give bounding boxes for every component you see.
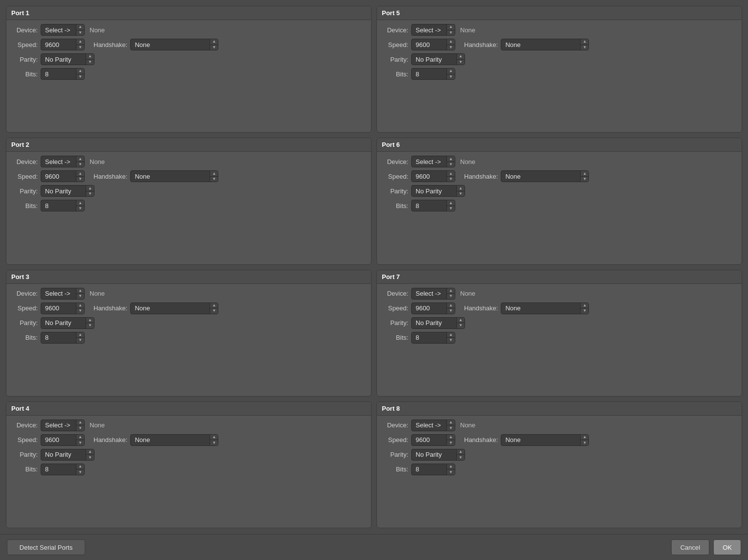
bits-select-4[interactable]: 8▲▼ [41, 464, 85, 475]
bits-select-8[interactable]: 8▲▼ [411, 464, 455, 475]
device-row-2: Device:Select ->▲▼None [12, 156, 365, 167]
bits-select-5[interactable]: 8▲▼ [411, 68, 455, 80]
speed-hand-row-7: Speed:9600▲▼Handshake:None▲▼ [383, 303, 736, 314]
device-row-6: Device:Select ->▲▼None [383, 156, 736, 167]
bits-row-2: Bits:8▲▼ [12, 200, 365, 211]
device-select-7[interactable]: Select ->▲▼ [411, 288, 455, 300]
device-none-1: None [90, 26, 105, 34]
port-panel-5: Port 5Device:Select ->▲▼NoneSpeed:9600▲▼… [376, 6, 742, 133]
speed-hand-row-5: Speed:9600▲▼Handshake:None▲▼ [383, 39, 736, 50]
bits-select-6[interactable]: 8▲▼ [411, 200, 455, 211]
device-none-4: None [90, 421, 105, 429]
speed-select-3[interactable]: 9600▲▼ [41, 303, 85, 314]
speed-select-7[interactable]: 9600▲▼ [411, 303, 455, 314]
action-buttons: Cancel OK [671, 539, 741, 555]
bits-row-7: Bits:8▲▼ [383, 332, 736, 344]
parity-select-2[interactable]: No Parity▲▼ [41, 185, 94, 197]
parity-row-6: Parity:No Parity▲▼ [383, 185, 736, 197]
handshake-select-3[interactable]: None▲▼ [130, 303, 218, 314]
parity-select-7[interactable]: No Parity▲▼ [411, 317, 465, 329]
port-panel-8: Port 8Device:Select ->▲▼NoneSpeed:9600▲▼… [376, 401, 742, 528]
speed-hand-row-1: Speed:9600▲▼Handshake:None▲▼ [12, 39, 365, 50]
parity-select-8[interactable]: No Parity▲▼ [411, 449, 465, 461]
handshake-select-6[interactable]: None▲▼ [501, 170, 589, 182]
cancel-button[interactable]: Cancel [671, 539, 709, 555]
device-none-8: None [460, 421, 475, 429]
handshake-select-1[interactable]: None▲▼ [130, 39, 218, 50]
parity-row-2: Parity:No Parity▲▼ [12, 185, 365, 197]
speed-hand-row-3: Speed:9600▲▼Handshake:None▲▼ [12, 303, 365, 314]
speed-hand-row-6: Speed:9600▲▼Handshake:None▲▼ [383, 170, 736, 182]
port-title-3: Port 3 [6, 270, 371, 284]
parity-select-3[interactable]: No Parity▲▼ [41, 317, 94, 329]
handshake-select-2[interactable]: None▲▼ [130, 170, 218, 182]
device-select-8[interactable]: Select ->▲▼ [411, 420, 455, 431]
port-panel-2: Port 2Device:Select ->▲▼NoneSpeed:9600▲▼… [6, 138, 372, 264]
device-select-3[interactable]: Select ->▲▼ [41, 288, 85, 300]
port-title-1: Port 1 [6, 6, 371, 20]
device-select-6[interactable]: Select ->▲▼ [411, 156, 455, 167]
port-title-2: Port 2 [6, 138, 371, 152]
device-row-4: Device:Select ->▲▼None [12, 420, 365, 431]
speed-select-8[interactable]: 9600▲▼ [411, 434, 455, 446]
port-panel-7: Port 7Device:Select ->▲▼NoneSpeed:9600▲▼… [376, 270, 742, 397]
parity-row-5: Parity:No Parity▲▼ [383, 53, 736, 65]
handshake-select-7[interactable]: None▲▼ [501, 303, 589, 314]
device-select-4[interactable]: Select ->▲▼ [41, 420, 85, 431]
speed-select-5[interactable]: 9600▲▼ [411, 39, 455, 50]
device-row-7: Device:Select ->▲▼None [383, 288, 736, 300]
parity-row-8: Parity:No Parity▲▼ [383, 449, 736, 461]
device-select-2[interactable]: Select ->▲▼ [41, 156, 85, 167]
port-panel-1: Port 1Device:Select ->▲▼NoneSpeed:9600▲▼… [6, 6, 372, 133]
parity-select-6[interactable]: No Parity▲▼ [411, 185, 465, 197]
parity-select-1[interactable]: No Parity▲▼ [41, 53, 94, 65]
speed-select-4[interactable]: 9600▲▼ [41, 434, 85, 446]
port-title-7: Port 7 [377, 270, 742, 284]
speed-hand-row-8: Speed:9600▲▼Handshake:None▲▼ [383, 434, 736, 446]
port-title-6: Port 6 [377, 138, 742, 152]
device-none-6: None [460, 158, 475, 165]
port-title-8: Port 8 [377, 402, 742, 416]
port-panel-4: Port 4Device:Select ->▲▼NoneSpeed:9600▲▼… [6, 401, 372, 528]
bits-row-8: Bits:8▲▼ [383, 464, 736, 475]
port-title-5: Port 5 [377, 6, 742, 20]
bits-row-4: Bits:8▲▼ [12, 464, 365, 475]
bottom-bar: Detect Serial Ports Cancel OK [0, 534, 748, 560]
speed-hand-row-2: Speed:9600▲▼Handshake:None▲▼ [12, 170, 365, 182]
ok-button[interactable]: OK [713, 539, 741, 555]
device-select-5[interactable]: Select ->▲▼ [411, 24, 455, 36]
speed-select-1[interactable]: 9600▲▼ [41, 39, 85, 50]
bits-row-3: Bits:8▲▼ [12, 332, 365, 344]
port-panel-3: Port 3Device:Select ->▲▼NoneSpeed:9600▲▼… [6, 270, 372, 397]
parity-row-1: Parity:No Parity▲▼ [12, 53, 365, 65]
handshake-select-4[interactable]: None▲▼ [130, 434, 218, 446]
device-row-1: Device:Select ->▲▼None [12, 24, 365, 36]
bits-select-3[interactable]: 8▲▼ [41, 332, 85, 344]
device-none-5: None [460, 26, 475, 34]
handshake-select-5[interactable]: None▲▼ [501, 39, 589, 50]
bits-row-5: Bits:8▲▼ [383, 68, 736, 80]
parity-row-4: Parity:No Parity▲▼ [12, 449, 365, 461]
speed-select-2[interactable]: 9600▲▼ [41, 170, 85, 182]
device-select-1[interactable]: Select ->▲▼ [41, 24, 85, 36]
device-none-2: None [90, 158, 105, 165]
parity-row-3: Parity:No Parity▲▼ [12, 317, 365, 329]
bits-row-1: Bits:8▲▼ [12, 68, 365, 80]
device-row-5: Device:Select ->▲▼None [383, 24, 736, 36]
speed-hand-row-4: Speed:9600▲▼Handshake:None▲▼ [12, 434, 365, 446]
parity-select-4[interactable]: No Parity▲▼ [41, 449, 94, 461]
speed-select-6[interactable]: 9600▲▼ [411, 170, 455, 182]
device-row-8: Device:Select ->▲▼None [383, 420, 736, 431]
port-panel-6: Port 6Device:Select ->▲▼NoneSpeed:9600▲▼… [376, 138, 742, 264]
bits-select-1[interactable]: 8▲▼ [41, 68, 85, 80]
bits-select-2[interactable]: 8▲▼ [41, 200, 85, 211]
device-none-7: None [460, 290, 475, 297]
handshake-select-8[interactable]: None▲▼ [501, 434, 589, 446]
detect-button[interactable]: Detect Serial Ports [7, 539, 85, 555]
port-title-4: Port 4 [6, 402, 371, 416]
parity-select-5[interactable]: No Parity▲▼ [411, 53, 465, 65]
device-row-3: Device:Select ->▲▼None [12, 288, 365, 300]
bits-row-6: Bits:8▲▼ [383, 200, 736, 211]
device-none-3: None [90, 290, 105, 297]
bits-select-7[interactable]: 8▲▼ [411, 332, 455, 344]
